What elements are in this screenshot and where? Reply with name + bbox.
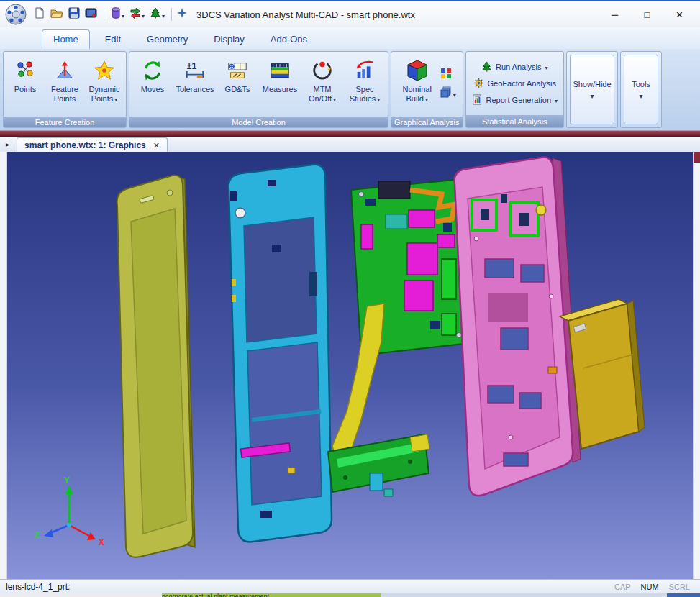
gdts-icon (227, 56, 248, 85)
feature-points-label-1: Feature (51, 85, 78, 94)
ribbon-group-feature-creation: Points Feature Points Dynamic Points (3, 51, 127, 128)
dropdown-caret-icon (555, 96, 558, 104)
new-document-button[interactable] (32, 6, 47, 23)
close-button[interactable]: ✕ (663, 4, 696, 25)
run-analysis-button[interactable]: Run Analysis (481, 61, 548, 73)
dropdown-caret-icon (591, 91, 594, 100)
graphics-viewport[interactable]: Y X Z (7, 152, 693, 579)
background-window-left (0, 593, 162, 597)
document-tab-bar: smart phone.wtx: 1: Graphics ✕ (0, 137, 700, 152)
geofactor-analysis-button[interactable]: GeoFactor Analysis (473, 78, 556, 90)
num-lock-indicator: NUM (637, 582, 663, 592)
minimize-button[interactable]: ─ (599, 4, 631, 25)
points-button[interactable]: Points (6, 53, 45, 115)
dynamic-points-label-1: Dynamic (89, 85, 120, 94)
chevron-right-icon[interactable] (4, 137, 11, 152)
dropdown-caret-icon (122, 8, 124, 21)
mtm-label-1: MTM (313, 85, 331, 94)
spec-studies-label-2: Studies (350, 94, 376, 104)
scroll-marker (694, 152, 700, 163)
analysis-menu-button[interactable] (148, 6, 166, 23)
title-bar: 3DCS Variation Analyst Multi-CAD - smart… (0, 1, 700, 27)
show-hide-label: Show/Hide (573, 80, 611, 88)
background-window-banner: ncorporate actual plant measurement (162, 593, 381, 597)
tools-label: Tools (632, 80, 650, 88)
part-mid-frame[interactable] (229, 165, 332, 542)
database-menu-button[interactable] (109, 6, 126, 23)
ribbon: Points Feature Points Dynamic Points (0, 49, 700, 131)
group-label-graphical-analysis: Graphical Analysis (391, 117, 463, 127)
measures-icon (269, 56, 291, 85)
report-generation-button[interactable]: Report Generation (472, 94, 558, 106)
caps-lock-indicator: CAP (610, 582, 635, 592)
axis-y-label: Y (64, 475, 70, 486)
geofactor-analysis-label: GeoFactor Analysis (488, 79, 556, 88)
feature-points-button[interactable]: Feature Points (45, 53, 84, 115)
feature-points-icon (54, 56, 76, 85)
tools-button[interactable]: Tools (624, 55, 658, 124)
moves-label: Moves (141, 85, 164, 94)
points-label: Points (14, 85, 37, 94)
mtm-on-off-button[interactable]: MTM On/Off (301, 53, 343, 115)
measures-button[interactable]: Measures (259, 53, 301, 115)
graphical-small-buttons (439, 68, 458, 101)
app-logo-icon[interactable] (4, 3, 27, 26)
compare-arrows-icon (129, 7, 141, 22)
ribbon-tab-bar: Home Edit Geometry Display Add-Ons (0, 27, 700, 49)
svg-text:±1: ±1 (187, 61, 197, 71)
save-button[interactable] (67, 6, 81, 23)
app-window: 3DCS Variation Analyst Multi-CAD - smart… (0, 0, 700, 597)
layers-button[interactable] (440, 86, 456, 101)
part-lens-lcd[interactable] (117, 176, 195, 557)
tab-home[interactable]: Home (42, 29, 90, 49)
capture-view-button[interactable] (83, 6, 99, 23)
background-window-right (381, 593, 667, 597)
nominal-build-label-1: Nominal (403, 85, 432, 94)
open-file-button[interactable] (49, 6, 65, 23)
dropdown-caret-icon (142, 8, 145, 21)
left-panel-strip[interactable] (0, 152, 7, 579)
spec-studies-button[interactable]: Spec Studies (344, 53, 386, 115)
status-message: lens-lcd-4_1_prt: (6, 582, 70, 592)
points-icon (14, 56, 36, 85)
group-body: Moves ±1 Tolerances GD&Ts (129, 52, 388, 117)
ribbon-group-tools: Tools (620, 51, 662, 128)
document-tab[interactable]: smart phone.wtx: 1: Graphics ✕ (17, 137, 168, 152)
axis-x-label: X (99, 537, 104, 547)
dropdown-caret-icon (114, 94, 117, 104)
run-analysis-icon (481, 61, 492, 73)
group-body: Run Analysis GeoFactor Analysis Report G… (466, 52, 564, 115)
tab-add-ons[interactable]: Add-Ons (260, 30, 318, 49)
mtm-power-icon (312, 56, 333, 85)
background-window-strip: ncorporate actual plant measurement (0, 593, 700, 597)
tab-display[interactable]: Display (203, 30, 255, 49)
document-tab-close-icon[interactable]: ✕ (153, 141, 160, 150)
tab-geometry[interactable]: Geometry (136, 30, 199, 49)
color-mosaic-button[interactable] (440, 68, 456, 82)
save-floppy-icon (68, 7, 80, 22)
tolerances-label: Tolerances (176, 85, 214, 94)
tab-edit[interactable]: Edit (94, 30, 132, 49)
right-panel-strip[interactable] (693, 152, 700, 579)
tolerances-button[interactable]: ±1 Tolerances (174, 53, 216, 115)
dropdown-caret-icon (333, 94, 336, 104)
dropdown-caret-icon (162, 8, 165, 21)
part-back-housing[interactable] (455, 158, 581, 496)
dropdown-caret-icon (377, 94, 380, 104)
report-generation-label: Report Generation (486, 96, 552, 104)
analysis-tree-icon (150, 7, 161, 22)
maximize-button[interactable]: □ (631, 4, 663, 25)
show-hide-button[interactable]: Show/Hide (570, 55, 614, 124)
dynamic-points-button[interactable]: Dynamic Points (85, 53, 124, 115)
gdts-button[interactable]: GD&Ts (217, 53, 258, 115)
feature-points-label-2: Points (54, 94, 76, 104)
dynamic-points-icon (94, 56, 115, 85)
layers-icon (440, 86, 452, 101)
nominal-build-button[interactable]: Nominal Build (396, 53, 438, 115)
status-bar: lens-lcd-4_1_prt: CAP NUM SCRL (0, 579, 700, 593)
ribbon-divider-bar (0, 131, 700, 137)
axis-z-label: Z (35, 530, 40, 540)
toolbar-separator (171, 8, 172, 21)
compare-menu-button[interactable] (128, 6, 146, 23)
moves-button[interactable]: Moves (132, 53, 173, 115)
